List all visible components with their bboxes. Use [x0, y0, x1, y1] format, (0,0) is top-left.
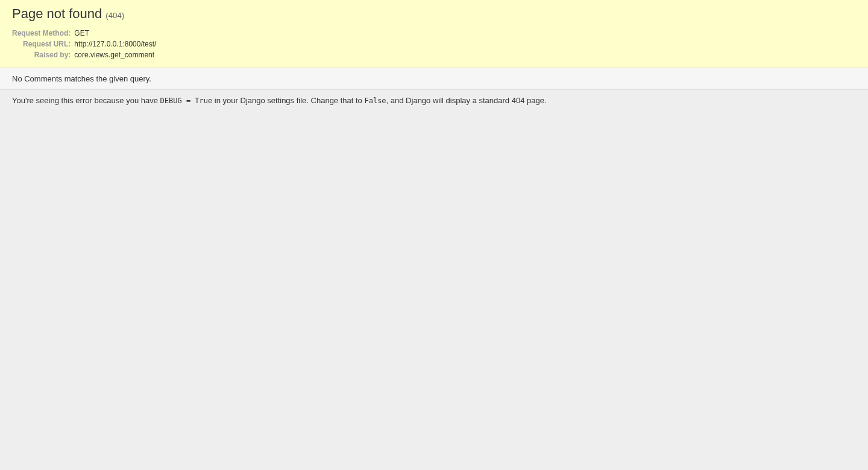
explanation-text: You're seeing this error because you hav… — [12, 96, 856, 105]
explanation-section: You're seeing this error because you hav… — [0, 90, 868, 111]
info-section: No Comments matches the given query. — [0, 68, 868, 90]
title-text: Page not found — [12, 6, 105, 21]
status-code: (404) — [105, 11, 124, 20]
false-code: False — [364, 97, 386, 105]
page-title: Page not found (404) — [12, 6, 856, 28]
error-summary: Page not found (404) Request Method: GET… — [0, 0, 868, 68]
request-meta-table: Request Method: GET Request URL: http://… — [12, 28, 156, 60]
meta-value-request-url: http://127.0.0.1:8000/test/ — [74, 39, 156, 49]
meta-label-request-url: Request URL: — [12, 39, 74, 49]
meta-label-raised-by: Raised by: — [12, 49, 74, 60]
meta-value-request-method: GET — [74, 28, 156, 39]
meta-label-request-method: Request Method: — [12, 28, 74, 39]
meta-row-raised-by: Raised by: core.views.get_comment — [12, 49, 156, 60]
meta-row-request-url: Request URL: http://127.0.0.1:8000/test/ — [12, 39, 156, 49]
explanation-suffix: , and Django will display a standard 404… — [386, 96, 547, 105]
explanation-prefix: You're seeing this error because you hav… — [12, 96, 160, 105]
meta-row-request-method: Request Method: GET — [12, 28, 156, 39]
explanation-middle: in your Django settings file. Change tha… — [212, 96, 364, 105]
meta-value-raised-by: core.views.get_comment — [74, 49, 156, 60]
debug-true-code: DEBUG = True — [160, 97, 213, 105]
error-message: No Comments matches the given query. — [12, 74, 856, 83]
